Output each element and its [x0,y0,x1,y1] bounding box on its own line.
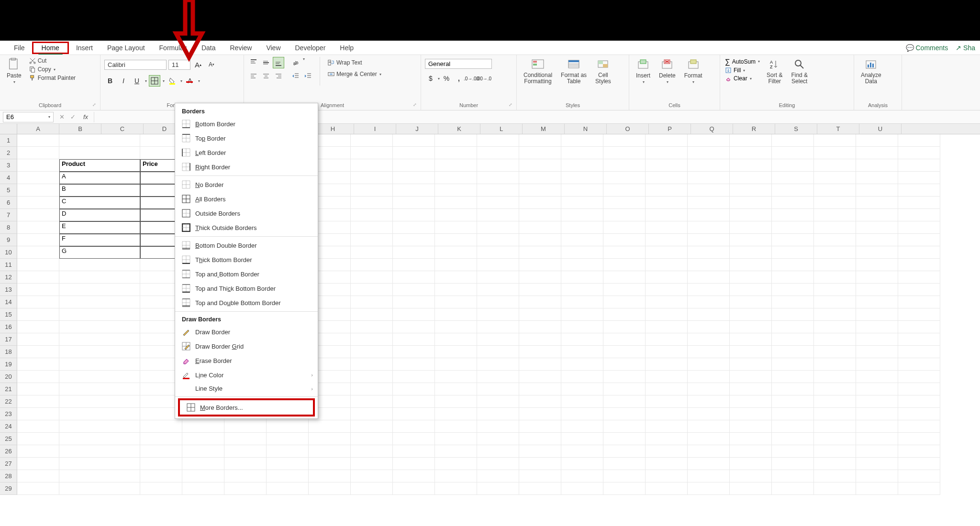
column-header-Q[interactable]: Q [691,124,733,134]
cell-U5[interactable] [898,184,940,197]
cell-C26[interactable] [140,445,182,458]
cell-N11[interactable] [603,259,646,271]
cell-J16[interactable] [435,321,477,333]
cell-D26[interactable] [182,445,224,458]
cell-K6[interactable] [477,197,519,209]
cell-M15[interactable] [561,308,603,321]
cell-I20[interactable] [393,371,435,383]
cell-J14[interactable] [435,296,477,308]
find-select-button[interactable]: Find & Select [788,57,811,86]
cell-U25[interactable] [898,433,940,445]
cell-I5[interactable] [393,184,435,197]
cell-Q28[interactable] [730,470,772,482]
cell-B9[interactable]: F [59,234,140,246]
cell-L4[interactable] [519,172,561,184]
cell-T24[interactable] [856,420,898,433]
increase-indent-button[interactable] [302,70,314,82]
cell-S5[interactable] [814,184,856,197]
cell-Q6[interactable] [730,197,772,209]
cell-B6[interactable]: C [59,197,140,209]
cell-K25[interactable] [477,433,519,445]
cell-U22[interactable] [898,395,940,408]
cell-L3[interactable] [519,159,561,172]
cell-A23[interactable] [17,408,59,420]
cell-Q26[interactable] [730,445,772,458]
cell-J3[interactable] [435,159,477,172]
align-top-button[interactable] [248,57,259,68]
cell-R1[interactable] [772,134,814,147]
row-header-16[interactable]: 16 [0,321,17,333]
cell-T12[interactable] [856,271,898,284]
cell-D28[interactable] [182,470,224,482]
cell-G29[interactable] [309,482,351,495]
cell-G28[interactable] [309,470,351,482]
cell-O18[interactable] [646,346,688,358]
cell-R19[interactable] [772,358,814,371]
cell-Q25[interactable] [730,433,772,445]
cell-R17[interactable] [772,333,814,346]
bold-button[interactable]: B [104,75,116,87]
row-header-14[interactable]: 14 [0,296,17,308]
cell-Q21[interactable] [730,383,772,395]
cell-T17[interactable] [856,333,898,346]
cell-J13[interactable] [435,284,477,296]
cell-A18[interactable] [17,346,59,358]
cell-H29[interactable] [351,482,393,495]
cell-R13[interactable] [772,284,814,296]
cell-R20[interactable] [772,371,814,383]
cell-K14[interactable] [477,296,519,308]
cell-I19[interactable] [393,358,435,371]
cell-A8[interactable] [17,221,59,234]
cell-B28[interactable] [59,470,140,482]
cell-B8[interactable]: E [59,221,140,234]
cell-P18[interactable] [688,346,730,358]
cell-I8[interactable] [393,221,435,234]
line-style-menu-item[interactable]: Line Style› [175,382,318,395]
cell-P20[interactable] [688,371,730,383]
cell-J20[interactable] [435,371,477,383]
cell-J10[interactable] [435,246,477,259]
decrease-indent-button[interactable] [290,70,301,82]
cell-N9[interactable] [603,234,646,246]
cell-F26[interactable] [267,445,309,458]
cell-B25[interactable] [59,433,140,445]
row-header-10[interactable]: 10 [0,246,17,259]
row-header-15[interactable]: 15 [0,308,17,321]
cell-A19[interactable] [17,358,59,371]
cell-T21[interactable] [856,383,898,395]
cell-N3[interactable] [603,159,646,172]
cell-U3[interactable] [898,159,940,172]
cell-P6[interactable] [688,197,730,209]
cell-P27[interactable] [688,458,730,470]
tab-help[interactable]: Help [333,42,361,54]
cell-M6[interactable] [561,197,603,209]
cell-G27[interactable] [309,458,351,470]
accounting-format-button[interactable]: $ [425,73,436,84]
column-header-S[interactable]: S [775,124,817,134]
cell-T14[interactable] [856,296,898,308]
cell-L15[interactable] [519,308,561,321]
cell-A17[interactable] [17,333,59,346]
cell-O29[interactable] [646,482,688,495]
cell-O13[interactable] [646,284,688,296]
cell-I17[interactable] [393,333,435,346]
cell-O25[interactable] [646,433,688,445]
cell-A15[interactable] [17,308,59,321]
cell-B29[interactable] [59,482,140,495]
cell-J25[interactable] [435,433,477,445]
cell-M13[interactable] [561,284,603,296]
cell-D24[interactable] [182,420,224,433]
cell-A16[interactable] [17,321,59,333]
cell-A22[interactable] [17,395,59,408]
cell-P12[interactable] [688,271,730,284]
cell-T15[interactable] [856,308,898,321]
cell-P2[interactable] [688,147,730,159]
cell-P11[interactable] [688,259,730,271]
cell-F29[interactable] [267,482,309,495]
column-header-R[interactable]: R [733,124,775,134]
cell-O1[interactable] [646,134,688,147]
cell-H5[interactable] [351,184,393,197]
cell-N18[interactable] [603,346,646,358]
increase-decimal-button[interactable]: .0→.00 [466,73,477,84]
cell-O7[interactable] [646,209,688,221]
